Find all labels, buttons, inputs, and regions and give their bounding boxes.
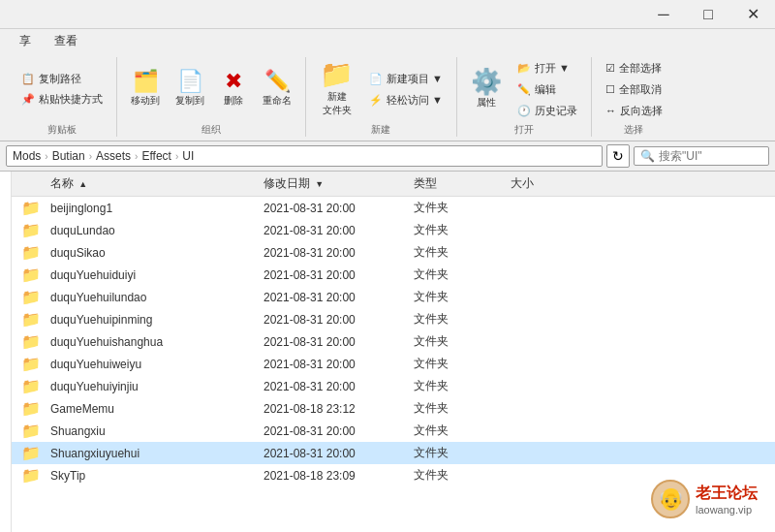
properties-button[interactable]: ⚙️ 属性 xyxy=(465,65,508,113)
ribbon-group-new: 📁 新建文件夹 📄 新建项目 ▼ ⚡ 轻松访问 ▼ 新建 xyxy=(306,57,457,137)
folder-icon: 📁 xyxy=(12,422,50,440)
file-row[interactable]: 📁 Shuangxiu 2021-08-31 20:00 文件夹 xyxy=(12,420,775,442)
ribbon-tab-share[interactable]: 享 xyxy=(8,29,43,53)
file-name: SkyTip xyxy=(50,469,264,483)
edit-button[interactable]: ✏️ 编辑 xyxy=(512,80,583,99)
new-folder-icon: 📁 xyxy=(320,61,354,88)
sort-arrow-name: ▲ xyxy=(78,179,87,189)
column-modified[interactable]: 修改日期 ▼ xyxy=(264,175,414,192)
path-segment-effect[interactable]: Effect xyxy=(141,149,170,163)
move-to-button[interactable]: 🗂️ 移动到 xyxy=(125,67,166,111)
folder-icon: 📁 xyxy=(12,466,50,485)
file-type: 文件夹 xyxy=(414,467,511,484)
file-type: 文件夹 xyxy=(414,222,511,238)
file-row[interactable]: 📁 beijinglong1 2021-08-31 20:00 文件夹 xyxy=(12,197,775,219)
file-name: duquYuehuilundao xyxy=(50,291,264,304)
file-row[interactable]: 📁 duquYuehuipinming 2021-08-31 20:00 文件夹 xyxy=(12,308,775,330)
search-box[interactable]: 🔍 xyxy=(634,146,769,166)
file-name: duquYuehuiduiyi xyxy=(50,268,264,282)
file-row[interactable]: 📁 duquSikao 2021-08-31 20:00 文件夹 xyxy=(12,241,775,264)
ribbon-tab-view[interactable]: 查看 xyxy=(43,29,89,53)
select-all-button[interactable]: ☑ 全部选择 xyxy=(600,59,668,78)
file-row[interactable]: 📁 duquYuehuiweiyu 2021-08-31 20:00 文件夹 xyxy=(12,353,775,375)
file-modified: 2021-08-31 20:00 xyxy=(264,291,414,304)
new-folder-button[interactable]: 📁 新建文件夹 xyxy=(314,57,359,121)
close-button[interactable]: ✕ xyxy=(730,0,775,29)
file-type: 文件夹 xyxy=(414,289,511,305)
file-row[interactable]: 📁 GameMemu 2021-08-18 23:12 文件夹 xyxy=(12,397,775,420)
file-type: 文件夹 xyxy=(414,445,511,461)
folder-icon: 📁 xyxy=(12,332,50,351)
file-row[interactable]: 📁 duquYuehuiyinjiu 2021-08-31 20:00 文件夹 xyxy=(12,375,775,397)
file-row[interactable]: 📁 Shuangxiuyuehui 2021-08-31 20:00 文件夹 xyxy=(12,442,775,464)
copy-to-button[interactable]: 📄 复制到 xyxy=(170,67,210,111)
open-items: ⚙️ 属性 📂 打开 ▼ ✏️ 编辑 🕐 历史记录 xyxy=(465,57,583,121)
invert-selection-icon: ↔ xyxy=(605,105,616,116)
file-type: 文件夹 xyxy=(414,422,511,439)
address-bar: Mods › Butian › Assets › Effect › UI ↻ 🔍 xyxy=(0,141,775,172)
file-list-header: 名称 ▲ 修改日期 ▼ 类型 大小 xyxy=(12,172,775,197)
deselect-all-button[interactable]: ☐ 全部取消 xyxy=(600,80,668,99)
folder-icon: 📁 xyxy=(12,399,50,418)
invert-selection-button[interactable]: ↔ 反向选择 xyxy=(600,102,668,120)
watermark-avatar: 👴 xyxy=(651,480,690,518)
file-row[interactable]: 📁 duquLundao 2021-08-31 20:00 文件夹 xyxy=(12,219,775,241)
history-button[interactable]: 🕐 历史记录 xyxy=(512,102,583,120)
file-name: duquYuehuiyinjiu xyxy=(50,380,264,393)
address-path[interactable]: Mods › Butian › Assets › Effect › UI xyxy=(6,145,603,167)
path-segment-mods[interactable]: Mods xyxy=(13,149,41,163)
column-name[interactable]: 名称 ▲ xyxy=(12,175,264,192)
ribbon-group-select: ☑ 全部选择 ☐ 全部取消 ↔ 反向选择 选择 xyxy=(592,57,676,137)
file-name: Shuangxiu xyxy=(50,424,264,438)
file-type: 文件夹 xyxy=(414,378,511,394)
search-icon: 🔍 xyxy=(640,149,655,163)
nav-panel xyxy=(0,172,12,532)
paste-shortcut-button[interactable]: 📌 粘贴快捷方式 xyxy=(16,90,108,109)
file-modified: 2021-08-18 23:12 xyxy=(264,402,414,416)
ribbon: 享 查看 📋 复制路径 📌 粘贴快捷方式 剪贴板 xyxy=(0,29,775,141)
file-modified: 2021-08-31 20:00 xyxy=(264,424,414,438)
search-input[interactable] xyxy=(659,149,762,163)
file-name: Shuangxiuyuehui xyxy=(50,447,264,460)
folder-icon: 📁 xyxy=(12,288,50,306)
folder-icon: 📁 xyxy=(12,199,50,217)
sort-arrow-modified: ▼ xyxy=(315,179,324,189)
ribbon-tabs: 享 查看 xyxy=(0,29,775,53)
file-modified: 2021-08-31 20:00 xyxy=(264,335,414,349)
new-item-icon: 📄 xyxy=(369,73,383,85)
file-name: GameMemu xyxy=(50,402,264,416)
rename-button[interactable]: ✏️ 重命名 xyxy=(257,67,297,111)
path-segment-assets[interactable]: Assets xyxy=(96,149,131,163)
file-row[interactable]: 📁 duquYuehuiduiyi 2021-08-31 20:00 文件夹 xyxy=(12,264,775,286)
file-type: 文件夹 xyxy=(414,244,511,261)
file-name: duquSikao xyxy=(50,246,264,260)
refresh-button[interactable]: ↻ xyxy=(606,144,630,168)
open-icon: 📂 xyxy=(517,62,531,75)
file-type: 文件夹 xyxy=(414,311,511,328)
file-modified: 2021-08-31 20:00 xyxy=(264,358,414,371)
delete-button[interactable]: ✖ 删除 xyxy=(214,67,253,111)
new-label: 新建 xyxy=(371,123,390,137)
file-row[interactable]: 📁 duquYuehuilundao 2021-08-31 20:00 文件夹 xyxy=(12,286,775,308)
delete-icon: ✖ xyxy=(225,71,242,92)
minimize-button[interactable]: ─ xyxy=(641,0,686,29)
open-label: 打开 xyxy=(514,123,534,137)
file-name: duquLundao xyxy=(50,224,264,237)
paste-shortcut-icon: 📌 xyxy=(21,93,35,106)
column-type[interactable]: 类型 xyxy=(414,175,511,192)
folder-icon: 📁 xyxy=(12,266,50,284)
column-size[interactable]: 大小 xyxy=(511,175,588,192)
easy-access-icon: ⚡ xyxy=(369,94,383,107)
path-segment-ui[interactable]: UI xyxy=(182,149,194,163)
copy-path-icon: 📋 xyxy=(21,73,35,85)
clipboard-label: 剪贴板 xyxy=(47,123,77,137)
maximize-button[interactable]: □ xyxy=(686,0,730,29)
watermark-domain: laowang.vip xyxy=(696,504,758,516)
new-item-button[interactable]: 📄 新建项目 ▼ xyxy=(363,70,449,88)
file-name: beijinglong1 xyxy=(50,202,264,215)
copy-path-button[interactable]: 📋 复制路径 xyxy=(16,70,108,88)
open-button[interactable]: 📂 打开 ▼ xyxy=(512,59,583,78)
easy-access-button[interactable]: ⚡ 轻松访问 ▼ xyxy=(363,91,449,110)
file-row[interactable]: 📁 duquYuehuishanghua 2021-08-31 20:00 文件… xyxy=(12,330,775,353)
path-segment-butian[interactable]: Butian xyxy=(52,149,85,163)
